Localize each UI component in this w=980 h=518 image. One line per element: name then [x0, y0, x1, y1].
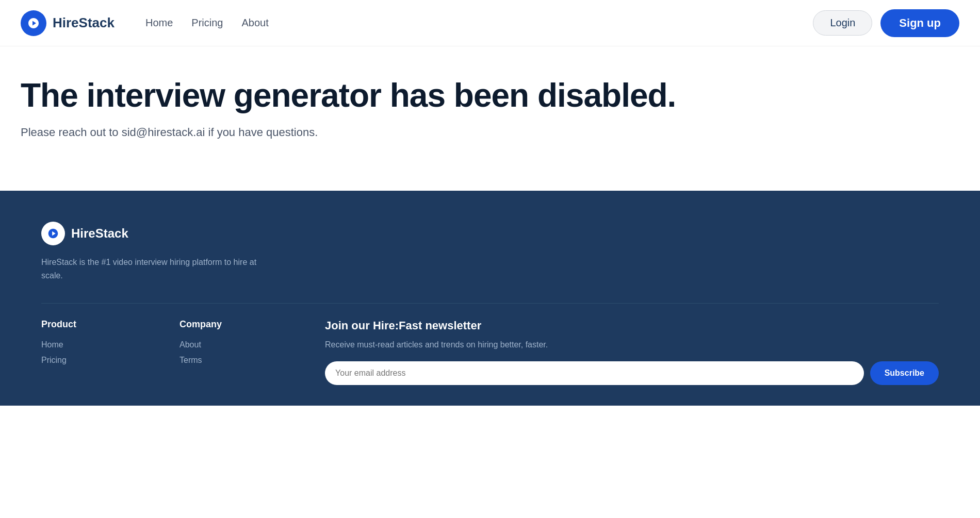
newsletter-email-input[interactable] [325, 361, 864, 385]
footer-company-terms[interactable]: Terms [179, 356, 222, 365]
main-subtext: Please reach out to sid@hirestack.ai if … [21, 126, 959, 139]
site-header: HireStack Home Pricing About Login Sign … [0, 0, 980, 46]
footer-product-title: Product [41, 319, 76, 330]
login-button[interactable]: Login [813, 10, 872, 36]
footer-product-home[interactable]: Home [41, 340, 76, 349]
footer-logo-text: HireStack [71, 226, 128, 241]
header-left: HireStack Home Pricing About [21, 10, 269, 36]
footer-newsletter: Join our Hire:Fast newsletter Receive mu… [325, 319, 939, 385]
logo-link[interactable]: HireStack [21, 10, 115, 36]
nav-pricing[interactable]: Pricing [191, 17, 223, 29]
main-content: The interview generator has been disable… [0, 46, 980, 191]
footer-brand-desc: HireStack is the #1 video interview hiri… [41, 256, 258, 282]
footer-company-about[interactable]: About [179, 340, 222, 349]
footer-product-col: Product Home Pricing [41, 319, 76, 385]
footer-brand: HireStack HireStack is the #1 video inte… [41, 222, 258, 282]
footer-columns: Product Home Pricing Company About Terms… [41, 319, 939, 385]
footer-product-pricing[interactable]: Pricing [41, 356, 76, 365]
footer-logo-container: HireStack [41, 222, 258, 245]
main-heading: The interview generator has been disable… [21, 77, 959, 113]
footer-logo-icon [41, 222, 65, 245]
logo-text: HireStack [53, 15, 115, 31]
footer-divider [41, 303, 939, 304]
footer-company-col: Company About Terms [179, 319, 222, 385]
newsletter-desc: Receive must-read articles and trends on… [325, 339, 939, 351]
signup-button[interactable]: Sign up [880, 9, 959, 37]
nav-about[interactable]: About [241, 17, 268, 29]
newsletter-subscribe-button[interactable]: Subscribe [870, 361, 939, 385]
logo-icon [21, 10, 46, 36]
nav-home[interactable]: Home [145, 17, 173, 29]
footer-company-title: Company [179, 319, 222, 330]
site-footer: HireStack HireStack is the #1 video inte… [0, 191, 980, 405]
newsletter-title: Join our Hire:Fast newsletter [325, 319, 939, 332]
header-right: Login Sign up [813, 9, 959, 37]
main-nav: Home Pricing About [145, 17, 269, 29]
footer-top: HireStack HireStack is the #1 video inte… [41, 222, 939, 282]
newsletter-form: Subscribe [325, 361, 939, 385]
